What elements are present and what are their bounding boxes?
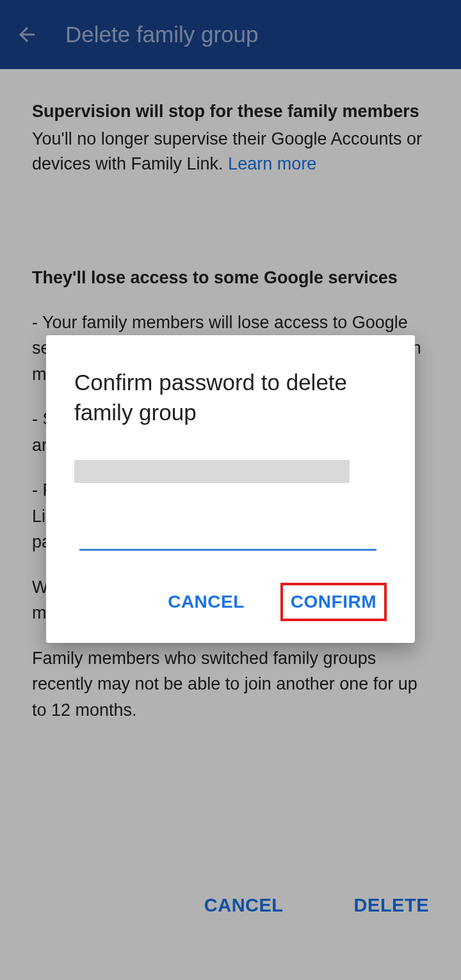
dialog-confirm-button[interactable]: CONFIRM <box>280 583 387 621</box>
dialog-title: Confirm password to delete family group <box>74 367 387 428</box>
password-input[interactable] <box>79 521 376 551</box>
email-redacted-box <box>74 460 350 483</box>
dialog-cancel-button[interactable]: CANCEL <box>158 583 255 621</box>
confirm-password-dialog: Confirm password to delete family group … <box>46 335 415 643</box>
dialog-actions: CANCEL CONFIRM <box>74 583 387 621</box>
